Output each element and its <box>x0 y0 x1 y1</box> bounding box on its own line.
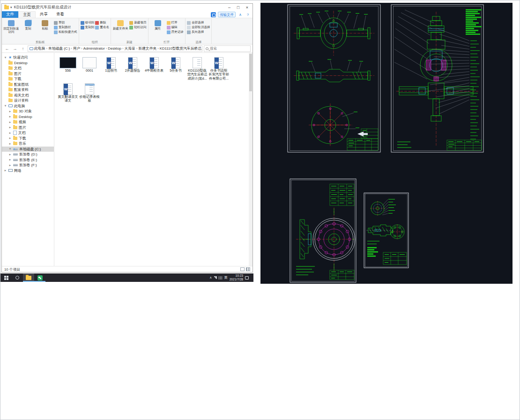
breadcrumb-segment[interactable]: Administrator <box>83 46 105 51</box>
copy-path-button[interactable]: 复制路径 <box>54 25 77 29</box>
sidebar-item-desktop[interactable]: Desktop <box>2 60 54 66</box>
help-icon[interactable]: ? <box>245 13 251 17</box>
select-all-button[interactable]: 全部选择 <box>187 21 210 25</box>
sidebar-item-recent-2[interactable]: 配套资料 <box>2 87 54 93</box>
sidebar-item-volume-e[interactable]: ▸新加卷 (E:) <box>2 157 54 163</box>
rename-button[interactable]: 重命名 <box>95 25 109 29</box>
breadcrumb[interactable]: 此电脑› 本地磁盘 (C:)› 用户› Administrator› Deskt… <box>28 45 202 52</box>
search-input[interactable] <box>210 46 249 51</box>
sidebar-item-pc-pictures[interactable]: ▸图片 <box>2 125 54 131</box>
sidebar-item-pc-downloads[interactable]: ▸下载 <box>2 136 54 141</box>
tab-share[interactable]: 共享 <box>36 11 52 18</box>
breadcrumb-segment[interactable]: KD1110型载货汽车后桥总成设计 <box>160 46 202 51</box>
sidebar-quick-access[interactable]: ▾★快速访问 <box>2 55 54 60</box>
taskbar-search-button[interactable] <box>12 273 23 282</box>
file-item[interactable]: 556 <box>58 55 78 73</box>
breadcrumb-segment[interactable]: 此电脑 <box>34 46 45 51</box>
sidebar-item-volume-f[interactable]: ▸新加卷 (F:) <box>2 162 54 168</box>
tree-closed-icon[interactable]: ▸ <box>8 131 12 135</box>
sidebar-this-pc[interactable]: ▾此电脑 <box>2 103 54 109</box>
tree-closed-icon[interactable]: ▸ <box>8 115 12 118</box>
details-view-icon[interactable] <box>240 267 245 271</box>
file-item[interactable]: W 1说明书 <box>101 55 121 73</box>
paste-button[interactable]: 粘贴 <box>37 19 53 30</box>
paste-shortcut-button[interactable]: 粘贴快捷方式 <box>54 30 77 34</box>
title-bar[interactable]: ▾ KD1110型载货汽车后桥总成设计 – □ × <box>2 4 253 11</box>
file-item[interactable]: W 英文翻译原文 译文 <box>58 81 78 103</box>
sidebar-item-local-disk-c[interactable]: ▾本地磁盘 (C:) <box>2 147 54 152</box>
tree-closed-icon[interactable]: ▸ <box>8 142 12 146</box>
cut-button[interactable]: 剪切 <box>54 21 77 25</box>
select-none-button[interactable]: 全部取消选择 <box>187 25 210 29</box>
tree-open-icon[interactable]: ▾ <box>8 147 12 151</box>
file-list[interactable]: 556 0001 W 1说明书 W 2开题报告 W <box>54 53 253 266</box>
tab-home[interactable]: 主页 <box>18 11 36 18</box>
file-item[interactable]: W 任务书说明 长安汽车零部件有限公司... <box>208 55 229 81</box>
breadcrumb-segment[interactable]: 新建文件夹 <box>138 46 156 51</box>
tree-closed-icon[interactable]: ▸ <box>8 163 12 167</box>
copy-button[interactable]: 复制 <box>20 19 36 30</box>
up-button[interactable]: ↑ <box>20 45 26 52</box>
file-item[interactable]: W 5任务书 <box>165 55 186 73</box>
sidebar-item-documents[interactable]: 文档 <box>2 66 54 71</box>
back-button[interactable]: ← <box>4 45 10 52</box>
tab-view[interactable]: 查看 <box>52 11 68 18</box>
tree-closed-icon[interactable]: ▸ <box>8 136 12 140</box>
tree-closed-icon[interactable]: ▸ <box>4 169 7 172</box>
taskbar-wechat[interactable] <box>34 273 45 282</box>
tray-expand-icon[interactable]: ∧ <box>209 276 212 280</box>
sidebar-item-recent-3[interactable]: 相关文档 <box>2 93 54 98</box>
file-item[interactable]: KD1110型载货汽车后桥总成设计(装d... <box>187 55 208 81</box>
taskbar-file-explorer[interactable] <box>23 273 34 282</box>
close-button[interactable]: × <box>243 5 252 10</box>
sidebar-item-videos[interactable]: ▸视频 <box>2 119 54 125</box>
volume-icon[interactable] <box>219 276 222 280</box>
edit-button[interactable]: 编辑 <box>167 25 184 29</box>
ribbon-collapse-icon[interactable]: ∧ <box>238 13 243 17</box>
sidebar-network[interactable]: ▸网络 <box>2 168 54 174</box>
network-icon[interactable] <box>214 276 217 280</box>
copy-to-button[interactable]: 复制到 <box>81 25 95 29</box>
scrollbar-thumb[interactable] <box>249 54 252 91</box>
file-item[interactable]: W 4中期检查表 <box>144 55 164 73</box>
breadcrumb-segment[interactable]: 大海量 <box>124 46 135 51</box>
delete-button[interactable]: 删除 <box>95 21 109 25</box>
vertical-scrollbar[interactable] <box>249 53 253 266</box>
tree-closed-icon[interactable]: ▸ <box>8 125 12 129</box>
sidebar-item-downloads[interactable]: 下载 <box>2 76 54 82</box>
input-language-indicator[interactable]: 英 <box>224 275 227 280</box>
sidebar-item-3d-objects[interactable]: ▸3D 对象 <box>2 109 54 114</box>
move-to-button[interactable]: 移动到 <box>81 21 95 25</box>
sidebar-item-volume-d[interactable]: ▸新加卷 (D:) <box>2 152 54 157</box>
tree-closed-icon[interactable]: ▸ <box>8 158 12 162</box>
minimize-button[interactable]: – <box>225 5 234 10</box>
tree-closed-icon[interactable]: ▸ <box>8 153 12 156</box>
tree-open-icon[interactable]: ▾ <box>4 56 7 59</box>
forward-button[interactable]: → <box>12 45 18 52</box>
tab-file[interactable]: 文件 <box>2 11 18 18</box>
breadcrumb-segment[interactable]: 用户 <box>73 46 81 51</box>
start-button[interactable] <box>0 273 12 282</box>
new-item-button[interactable]: 新建项目 <box>129 21 146 25</box>
history-button[interactable]: 历史记录 <box>167 30 184 34</box>
quick-access-toolbar-dropdown-icon[interactable]: ▾ <box>10 6 12 9</box>
breadcrumb-segment[interactable]: 本地磁盘 (C:) <box>48 46 70 51</box>
file-item[interactable]: W 2开题报告 <box>122 55 143 73</box>
file-item[interactable]: 0001 <box>79 55 100 73</box>
sidebar-item-pc-desktop[interactable]: ▸Desktop <box>2 114 54 120</box>
search-box[interactable] <box>204 45 251 52</box>
sidebar-item-recent-4[interactable]: 设计资料 <box>2 98 54 103</box>
easy-access-button[interactable]: 轻松访问 <box>129 25 146 29</box>
taskbar-clock[interactable]: 10:23 2021/7/28 <box>230 274 243 281</box>
thumbnails-view-icon[interactable] <box>246 267 250 271</box>
maximize-button[interactable]: □ <box>234 5 243 10</box>
open-button[interactable]: 打开 <box>167 21 184 25</box>
file-item[interactable]: 价格记录表模板 <box>79 81 100 103</box>
sidebar-item-music[interactable]: ▸音乐 <box>2 141 54 147</box>
tree-closed-icon[interactable]: ▸ <box>8 110 12 113</box>
properties-button[interactable]: 属性 <box>150 19 166 30</box>
breadcrumb-segment[interactable]: Desktop <box>108 46 121 51</box>
tree-open-icon[interactable]: ▾ <box>4 104 7 108</box>
pin-to-quick-access-button[interactable]: 固定到快速访问 <box>3 19 19 34</box>
sidebar-item-recent-1[interactable]: 配套图纸 <box>2 82 54 88</box>
